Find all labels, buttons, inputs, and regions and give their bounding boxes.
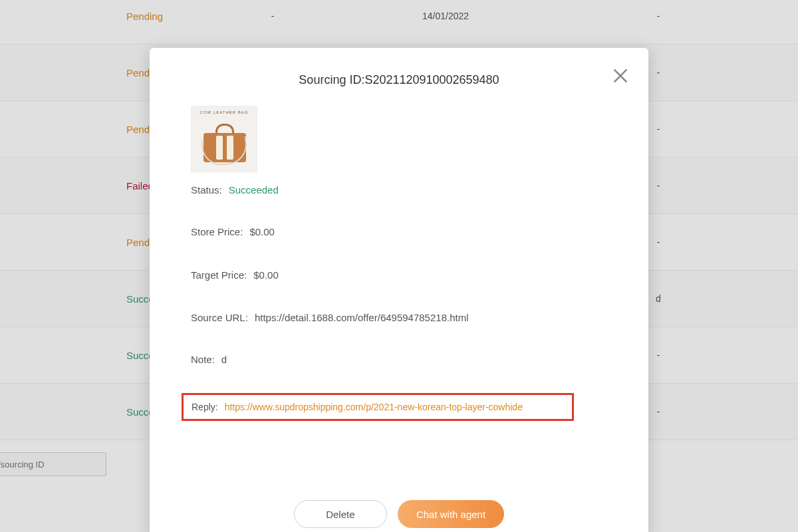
product-image-caption: COW LEATHER BAG [192, 110, 257, 114]
note-label: Note: [191, 354, 215, 365]
modal-footer: Delete Chat with agent [150, 500, 648, 528]
target-price-row: Target Price: $0.00 [191, 269, 607, 281]
sourcing-detail-modal: Sourcing ID:S2021120910002659480 COW LEA… [150, 48, 648, 532]
store-price-label: Store Price: [191, 226, 243, 237]
source-url-label: Source URL: [191, 312, 248, 323]
product-image: COW LEATHER BAG [191, 106, 257, 172]
status-row: Status: Succeeded [191, 184, 607, 196]
source-url-value: https://detail.1688.com/offer/6495947852… [255, 312, 469, 323]
status-label: Status: [191, 184, 222, 196]
reply-row-highlight: Reply: https://www.supdropshipping.com/p… [182, 393, 574, 421]
note-row: Note: d [191, 354, 607, 365]
close-icon[interactable] [611, 66, 630, 85]
target-price-value: $0.00 [253, 269, 279, 281]
delete-button[interactable]: Delete [294, 500, 387, 528]
status-value: Succeeded [229, 184, 279, 196]
chat-with-agent-button[interactable]: Chat with agent [398, 500, 504, 528]
reply-label: Reply: [192, 402, 218, 412]
source-url-row: Source URL: https://detail.1688.com/offe… [191, 312, 607, 323]
store-price-value: $0.00 [249, 226, 275, 237]
target-price-label: Target Price: [191, 269, 247, 281]
store-price-row: Store Price: $0.00 [191, 226, 607, 237]
note-value: d [221, 354, 227, 365]
reply-link[interactable]: https://www.supdropshipping.com/p/2021-n… [225, 402, 523, 412]
modal-title: Sourcing ID:S2021120910002659480 [191, 73, 607, 87]
